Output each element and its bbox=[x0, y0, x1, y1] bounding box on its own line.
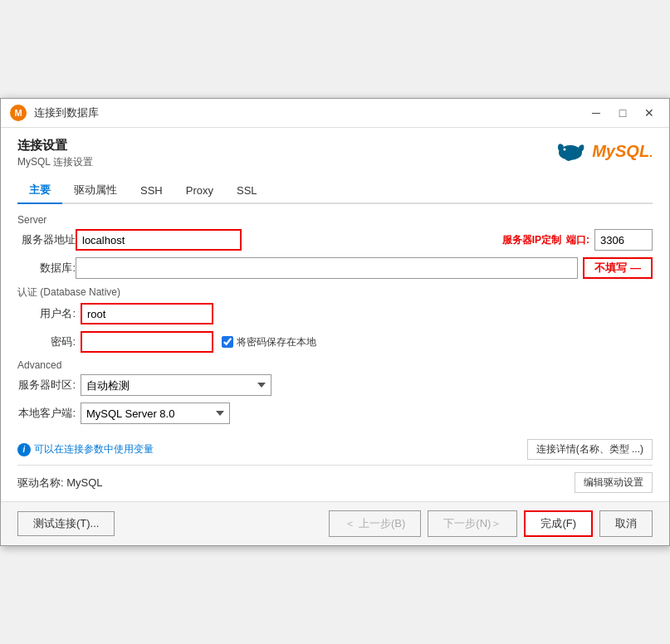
local-client-select[interactable]: MySQL Server 8.0 MySQL Server 5.7 bbox=[81, 402, 230, 424]
tab-ssh[interactable]: SSH bbox=[129, 178, 174, 204]
local-client-label: 本地客户端: bbox=[17, 406, 76, 421]
password-row: 密码: 将密码保存在本地 bbox=[17, 331, 653, 353]
port-label: 端口: bbox=[566, 233, 589, 247]
maximize-button[interactable]: □ bbox=[611, 104, 634, 122]
svg-point-3 bbox=[562, 145, 579, 157]
header-section: 连接设置 MySQL 连接设置 MySQL. bbox=[17, 138, 653, 169]
username-row: 用户名: bbox=[17, 303, 653, 324]
driver-row: 驱动名称: MySQL 编辑驱动设置 bbox=[17, 465, 653, 493]
advanced-section: Advanced 服务器时区: 自动检测 UTC Asia/Shanghai 本… bbox=[17, 359, 653, 424]
username-input[interactable] bbox=[81, 303, 213, 324]
timezone-row: 服务器时区: 自动检测 UTC Asia/Shanghai bbox=[17, 374, 653, 396]
finish-button[interactable]: 完成(F) bbox=[524, 510, 593, 537]
server-address-row: 服务器地址 服务器IP定制 端口: bbox=[17, 229, 653, 251]
prev-button[interactable]: ＜ 上一步(B) bbox=[329, 510, 421, 537]
footer-left: 测试连接(T)... bbox=[17, 511, 115, 536]
server-ip-annotation: 服务器IP定制 bbox=[502, 233, 561, 247]
save-password-row: 将密码保存在本地 bbox=[222, 335, 316, 349]
mysql-brand-name: MySQL bbox=[592, 142, 649, 160]
save-password-checkbox[interactable] bbox=[222, 336, 233, 348]
tabs-row: 主要 驱动属性 SSH Proxy SSL bbox=[17, 178, 653, 204]
auth-section: 认证 (Database Native) 用户名: 密码: 将密码保存在本地 bbox=[17, 285, 653, 353]
svg-point-4 bbox=[564, 149, 566, 151]
password-label: 密码: bbox=[17, 334, 76, 349]
save-password-label: 将密码保存在本地 bbox=[237, 335, 316, 349]
advanced-section-label: Advanced bbox=[17, 359, 653, 371]
driver-name-label: 驱动名称: bbox=[17, 476, 64, 489]
header-left: 连接设置 MySQL 连接设置 bbox=[17, 138, 93, 169]
database-label: 数据库: bbox=[17, 261, 76, 276]
mysql-logo-text-group: MySQL. bbox=[592, 142, 653, 161]
no-fill-badge: 不填写 — bbox=[583, 257, 653, 279]
variable-info-link[interactable]: i 可以在连接参数中使用变量 bbox=[17, 442, 154, 456]
title-bar: M 连接到数据库 ─ □ ✕ bbox=[1, 99, 669, 128]
port-input[interactable] bbox=[594, 229, 653, 251]
driver-name-text: 驱动名称: MySQL bbox=[17, 476, 103, 490]
page-subtitle: MySQL 连接设置 bbox=[17, 155, 93, 169]
title-bar-controls: ─ □ ✕ bbox=[584, 104, 661, 122]
server-section: Server 服务器地址 服务器IP定制 端口: 数据库: 不填写 — bbox=[17, 214, 653, 279]
mysql-dolphin-icon bbox=[552, 138, 589, 164]
username-label: 用户名: bbox=[17, 306, 76, 321]
next-button[interactable]: 下一步(N)＞ bbox=[428, 510, 517, 537]
footer: 测试连接(T)... ＜ 上一步(B) 下一步(N)＞ 完成(F) 取消 bbox=[1, 501, 669, 545]
info-icon: i bbox=[17, 443, 31, 456]
footer-right: ＜ 上一步(B) 下一步(N)＞ 完成(F) 取消 bbox=[329, 510, 653, 537]
cancel-button[interactable]: 取消 bbox=[599, 510, 653, 537]
timezone-select[interactable]: 自动检测 UTC Asia/Shanghai bbox=[81, 374, 271, 396]
variable-info-text: 可以在连接参数中使用变量 bbox=[34, 442, 154, 456]
auth-section-label: 认证 (Database Native) bbox=[17, 285, 653, 300]
tab-proxy[interactable]: Proxy bbox=[174, 178, 225, 204]
page-title: 连接设置 bbox=[17, 138, 93, 154]
driver-name-value: MySQL bbox=[66, 476, 102, 489]
tab-main[interactable]: 主要 bbox=[17, 178, 62, 204]
tab-ssl[interactable]: SSL bbox=[225, 178, 269, 204]
close-button[interactable]: ✕ bbox=[638, 104, 661, 122]
database-row: 数据库: 不填写 — bbox=[17, 257, 653, 279]
main-window: M 连接到数据库 ─ □ ✕ 连接设置 MySQL 连接设置 bbox=[0, 98, 670, 546]
server-address-label: 服务器地址 bbox=[17, 232, 76, 247]
test-connection-button[interactable]: 测试连接(T)... bbox=[17, 511, 115, 536]
tab-driver-properties[interactable]: 驱动属性 bbox=[62, 178, 129, 204]
connection-details-button[interactable]: 连接详情(名称、类型 ...) bbox=[527, 439, 653, 460]
minimize-button[interactable]: ─ bbox=[584, 104, 608, 122]
mysql-logo: MySQL. bbox=[552, 138, 653, 164]
content-area: 连接设置 MySQL 连接设置 MySQL. 主要 bbox=[1, 128, 669, 501]
bottom-links: i 可以在连接参数中使用变量 连接详情(名称、类型 ...) bbox=[17, 439, 653, 460]
local-client-row: 本地客户端: MySQL Server 8.0 MySQL Server 5.7 bbox=[17, 402, 653, 424]
server-section-label: Server bbox=[17, 214, 653, 226]
title-bar-left: M 连接到数据库 bbox=[9, 104, 99, 122]
svg-text:M: M bbox=[14, 108, 22, 118]
app-icon: M bbox=[9, 104, 27, 122]
database-input[interactable] bbox=[76, 257, 578, 279]
server-address-input[interactable] bbox=[76, 229, 242, 251]
edit-driver-button[interactable]: 编辑驱动设置 bbox=[575, 472, 653, 493]
window-title: 连接到数据库 bbox=[34, 105, 99, 120]
timezone-label: 服务器时区: bbox=[17, 378, 76, 393]
password-input[interactable] bbox=[81, 331, 213, 353]
